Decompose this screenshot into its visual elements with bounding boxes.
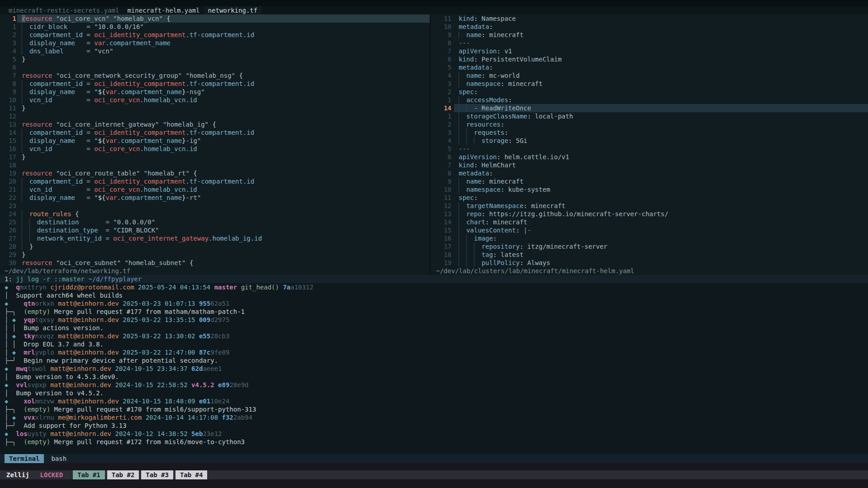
code-line[interactable]: 9▏ name: minecraft	[431, 177, 868, 185]
code-line[interactable]: 14▏ chart: minecraft	[431, 218, 868, 226]
code-line[interactable]: 10▏ namespace: kube-system	[431, 185, 868, 194]
shell-name-label: bash	[51, 455, 66, 463]
code-line[interactable]: 26▏ ▏ destination_type = "CIDR_BLOCK"	[0, 226, 430, 234]
code-line[interactable]: 3▏ ▏ requests:	[431, 128, 868, 137]
code-line[interactable]: 17▏ ▏ ▏ repository: itzg/minecraft-serve…	[431, 242, 868, 251]
zellij-tab-tab-3[interactable]: Tab #3	[141, 470, 173, 479]
terminal-tab[interactable]: Terminal	[5, 454, 44, 463]
code-line[interactable]: 12▏ targetNamespace: minecraft	[431, 202, 868, 210]
code-line[interactable]: 7apiVersion: v1	[431, 47, 868, 55]
code-line[interactable]: 10metadata:	[431, 23, 868, 31]
terminal-pane-title: 1: jj log -r ::master ~/d/ffpyplayer	[0, 275, 868, 283]
code-line[interactable]: 16▏ vcn_id = oci_core_vcn.homelab_vcn.id	[0, 145, 430, 153]
code-line[interactable]: 5}	[0, 55, 430, 63]
line-number: 10	[436, 185, 451, 194]
code-line[interactable]: 8---	[431, 39, 868, 47]
code-line[interactable]: 22▏ display_name = "${var.compartment_na…	[0, 194, 430, 202]
code-line[interactable]: 9▏ display_name = "${var.compartment_nam…	[0, 88, 430, 96]
line-number: 11	[436, 194, 451, 202]
indent-guide: ▏	[474, 243, 478, 250]
code-line[interactable]: 24▏ route_rules {	[0, 210, 430, 218]
code-line[interactable]: 15▏ valuesContent: |-	[431, 226, 868, 234]
code-line[interactable]: 12	[0, 112, 430, 120]
log-line: ├─╮ (empty) Merge pull request #177 from…	[0, 308, 868, 316]
code-line[interactable]: 27▏ ▏ network_entity_id = oci_core_inter…	[0, 234, 430, 242]
line-number: 27	[5, 234, 16, 242]
code-line[interactable]: 5metadata:	[431, 63, 868, 71]
log-line: │ ◆ tkynxvqz matt@einhorn.dev 2025-03-22…	[0, 332, 868, 340]
code-line[interactable]: 10▏ vcn_id = oci_core_vcn.homelab_vcn.id	[0, 96, 430, 104]
code-area-left[interactable]: 1resource "oci_core_vcn" "homelab_vcn" {…	[0, 14, 430, 267]
code-line[interactable]: 4▏ dns_label = "vcn"	[0, 47, 430, 55]
code-line[interactable]: 4▏ name: mc-world	[431, 71, 868, 80]
code-line[interactable]: 7kind: HelmChart	[431, 161, 868, 169]
code-line[interactable]: 19▏ ▏ ▏ pullPolicy: Always	[431, 259, 868, 267]
log-line: ◆ vvlsvpxp matt@einhorn.dev 2024-10-15 2…	[0, 381, 868, 389]
terminal-prompt[interactable]: log file:	[0, 446, 868, 454]
line-number: 9	[436, 177, 451, 185]
code-line[interactable]: 4▏ ▏ ▏ storage: 5Gi	[431, 137, 868, 145]
log-line: │ Bump version to v4.5.2.	[0, 389, 868, 397]
code-line[interactable]: 8▏ compartment_id = oci_identity_compart…	[0, 80, 430, 88]
code-line[interactable]: 25▏ ▏ destination = "0.0.0.0/0"	[0, 218, 430, 226]
line-number: 11	[436, 14, 451, 23]
code-line[interactable]: 21▏ vcn_id = oci_core_vcn.homelab_vcn.id	[0, 185, 430, 194]
code-area-right[interactable]: 11kind: Namespace10metadata:9▏ name: min…	[431, 14, 868, 267]
code-line[interactable]: 6apiVersion: helm.cattle.io/v1	[431, 153, 868, 161]
code-line[interactable]: 30resource "oci_core_subnet" "homelab_su…	[0, 259, 430, 267]
line-number: 29	[5, 251, 16, 259]
code-line[interactable]: 7resource "oci_core_network_security_gro…	[0, 71, 430, 80]
code-line[interactable]: 1▏ accessModes:	[431, 96, 868, 104]
code-line[interactable]: 2spec:	[431, 88, 868, 96]
code-line[interactable]: 13▏ repo: https://itzg.github.io/minecra…	[431, 210, 868, 218]
buffer-tab-minecraft-helm.yaml[interactable]: minecraft-helm.yaml	[123, 6, 204, 14]
line-number: 5	[5, 55, 16, 63]
code-line[interactable]: 3▏ display_name = var.compartment_name	[0, 39, 430, 47]
zellij-tab-tab-2[interactable]: Tab #2	[107, 470, 139, 479]
buffer-tab-networking.tf[interactable]: networking.tf	[204, 6, 262, 14]
code-line[interactable]: 14▏ ▏ - ReadWriteOnce	[431, 104, 868, 112]
code-line[interactable]: 28▏ }	[0, 242, 430, 251]
line-number: 11	[5, 104, 16, 112]
line-number: 3	[5, 39, 16, 47]
line-number: 10	[5, 96, 16, 104]
code-line[interactable]: 2▏ resources:	[431, 120, 868, 128]
code-line[interactable]: 9▏ name: minecraft	[431, 31, 868, 39]
code-line[interactable]: 14▏ compartment_id = oci_identity_compar…	[0, 128, 430, 137]
code-line[interactable]: 16▏ ▏ image:	[431, 234, 868, 242]
code-line[interactable]: 6	[0, 63, 430, 71]
line-number: 17	[436, 242, 451, 251]
code-line[interactable]: 5---	[431, 145, 868, 153]
code-line[interactable]: 15▏ display_name = "${var.compartment_na…	[0, 137, 430, 145]
code-line[interactable]: 2▏ compartment_id = oci_identity_compart…	[0, 31, 430, 39]
helix-bufferline: minecraft-restic-secrets.yamlminecraft-h…	[0, 6, 868, 14]
code-line[interactable]: 23	[0, 202, 430, 210]
code-line[interactable]: 17}	[0, 153, 430, 161]
line-number: 7	[436, 47, 451, 55]
code-line[interactable]: 20▏ compartment_id = oci_identity_compar…	[0, 177, 430, 185]
code-line[interactable]: 18	[0, 161, 430, 169]
code-line[interactable]: 11spec:	[431, 194, 868, 202]
code-line[interactable]: 18▏ ▏ ▏ tag: latest	[431, 251, 868, 259]
code-line[interactable]: 3▏ namespace: minecraft	[431, 80, 868, 88]
gap-row	[0, 463, 868, 470]
code-line[interactable]: 1▏ cidr_block = "10.0.0.0/16"	[0, 23, 430, 31]
zellij-status-bar: Zellij LOCKED Tab #1Tab #2Tab #3Tab #4	[0, 470, 868, 479]
code-line[interactable]: 1▏ storageClassName: local-path	[431, 112, 868, 120]
code-line[interactable]: 11}	[0, 104, 430, 112]
code-line[interactable]: 6kind: PersistentVolumeClaim	[431, 55, 868, 63]
bottom-padding	[0, 479, 868, 488]
line-number: 5	[436, 145, 451, 153]
code-line[interactable]: 8metadata:	[431, 169, 868, 177]
line-number: 24	[5, 210, 16, 218]
code-line[interactable]: 1resource "oci_core_vcn" "homelab_vcn" {	[0, 14, 430, 23]
code-line[interactable]: 13resource "oci_core_internet_gateway" "…	[0, 120, 430, 128]
statusline-right-path: ~/dev/lab/clusters/lab/minecraft/minecra…	[431, 267, 868, 275]
code-line[interactable]: 29}	[0, 251, 430, 259]
buffer-tab-minecraft-restic-secrets.yaml[interactable]: minecraft-restic-secrets.yaml	[5, 6, 123, 14]
zellij-tab-tab-4[interactable]: Tab #4	[175, 470, 208, 479]
code-line[interactable]: 11kind: Namespace	[431, 14, 868, 23]
line-number: 8	[436, 169, 451, 177]
zellij-tab-tab-1[interactable]: Tab #1	[73, 470, 105, 479]
code-line[interactable]: 19resource "oci_core_route_table" "homel…	[0, 169, 430, 177]
